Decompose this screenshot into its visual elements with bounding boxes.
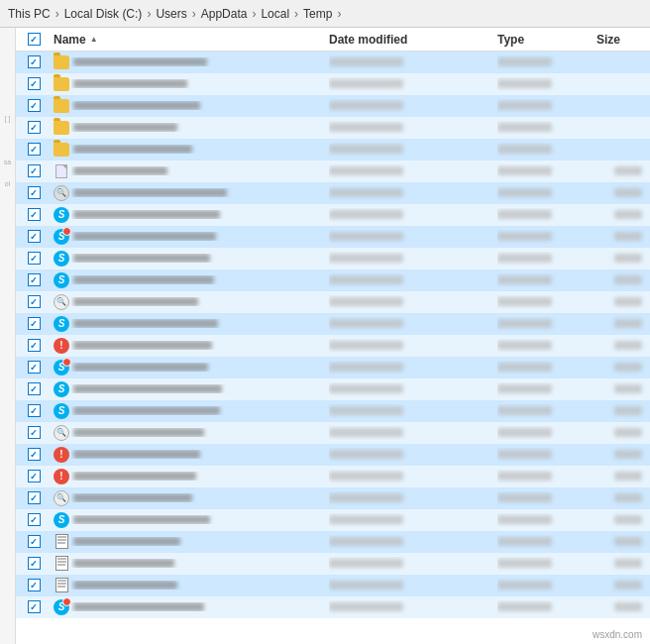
file-icon: S	[52, 251, 71, 267]
row-checkbox[interactable]	[16, 448, 52, 461]
file-type	[497, 77, 596, 91]
breadcrumb[interactable]: This PC › Local Disk (C:) › Users › AppD…	[8, 7, 343, 21]
red-circle-icon: !	[54, 447, 69, 463]
table-row[interactable]: 🔍	[16, 182, 650, 204]
table-row[interactable]: S	[16, 596, 650, 618]
breadcrumb-thispc[interactable]: This PC	[8, 7, 51, 21]
row-checkbox[interactable]	[16, 339, 52, 352]
row-checkbox[interactable]	[16, 426, 52, 439]
row-checkbox[interactable]	[16, 208, 52, 221]
file-date	[329, 426, 497, 440]
table-row[interactable]: S	[16, 204, 650, 226]
text-file-icon	[55, 534, 68, 549]
file-type	[497, 186, 596, 200]
table-row[interactable]: S	[16, 357, 650, 378]
breadcrumb-appdata[interactable]: AppData	[201, 7, 248, 21]
table-row[interactable]	[16, 531, 650, 553]
table-row[interactable]	[16, 139, 650, 161]
row-checkbox[interactable]	[16, 382, 52, 395]
row-checkbox[interactable]	[16, 77, 52, 90]
address-bar: This PC › Local Disk (C:) › Users › AppD…	[0, 0, 650, 28]
row-checkbox[interactable]	[16, 164, 52, 177]
table-row[interactable]: 🔍	[16, 291, 650, 313]
row-checkbox[interactable]	[16, 295, 52, 308]
file-date	[329, 557, 497, 571]
row-checkbox[interactable]	[16, 143, 52, 156]
table-row[interactable]: !	[16, 335, 650, 357]
header-date[interactable]: Date modified	[329, 33, 497, 47]
file-icon: 🔍	[52, 425, 71, 441]
row-checkbox[interactable]	[16, 491, 52, 504]
row-checkbox[interactable]	[16, 121, 52, 134]
file-date	[329, 404, 497, 418]
file-type	[497, 99, 596, 113]
skype-icon: S	[54, 207, 69, 223]
table-row[interactable]	[16, 52, 650, 73]
row-checkbox[interactable]	[16, 230, 52, 243]
left-panel: [ ] sa ol	[0, 28, 16, 644]
row-checkbox[interactable]	[16, 361, 52, 374]
file-date	[329, 186, 497, 200]
table-row[interactable]	[16, 575, 650, 596]
left-panel-item-d: sa	[0, 151, 15, 172]
file-type	[497, 579, 596, 592]
table-row[interactable]: 🔍	[16, 487, 650, 509]
row-checkbox[interactable]	[16, 55, 52, 68]
breadcrumb-localdisk[interactable]: Local Disk (C:)	[64, 7, 143, 21]
row-checkbox[interactable]	[16, 186, 52, 199]
file-size	[596, 339, 650, 353]
table-row[interactable]: !	[16, 444, 650, 466]
row-checkbox[interactable]	[16, 600, 52, 613]
table-row[interactable]: S	[16, 313, 650, 335]
main-area: [ ] sa ol Name ▲ Date modified Type Size	[0, 28, 650, 644]
breadcrumb-temp[interactable]: Temp	[303, 7, 332, 21]
table-row[interactable]	[16, 117, 650, 139]
table-row[interactable]: 🔍	[16, 422, 650, 444]
row-checkbox[interactable]	[16, 99, 52, 112]
file-type	[497, 230, 596, 244]
file-size	[596, 600, 650, 614]
table-row[interactable]	[16, 553, 650, 575]
file-date	[329, 121, 497, 135]
file-icon	[52, 143, 71, 157]
file-size	[596, 579, 650, 592]
row-checkbox[interactable]	[16, 579, 52, 591]
folder-icon	[54, 143, 69, 157]
row-checkbox[interactable]	[16, 470, 52, 483]
table-row[interactable]: !	[16, 466, 650, 487]
row-checkbox[interactable]	[16, 535, 52, 548]
file-name	[71, 472, 329, 481]
file-name	[71, 384, 329, 393]
file-name	[71, 450, 329, 459]
breadcrumb-local[interactable]: Local	[261, 7, 289, 21]
file-icon: !	[52, 338, 71, 354]
row-checkbox[interactable]	[16, 273, 52, 286]
file-name	[71, 210, 329, 219]
folder-icon	[54, 55, 69, 69]
row-checkbox[interactable]	[16, 252, 52, 265]
file-type	[497, 55, 596, 69]
header-checkbox-col[interactable]	[16, 33, 52, 46]
table-row[interactable]: S	[16, 400, 650, 422]
breadcrumb-users[interactable]: Users	[156, 7, 186, 21]
header-size[interactable]: Size	[596, 33, 650, 47]
file-name	[71, 297, 329, 306]
table-row[interactable]: S	[16, 269, 650, 291]
select-all-checkbox[interactable]	[28, 33, 41, 46]
table-row[interactable]	[16, 161, 650, 182]
header-type[interactable]: Type	[497, 33, 596, 47]
table-row[interactable]: S	[16, 509, 650, 531]
file-type	[497, 404, 596, 418]
table-row[interactable]: S	[16, 248, 650, 269]
header-name[interactable]: Name ▲	[52, 33, 329, 47]
row-checkbox[interactable]	[16, 557, 52, 570]
file-size	[596, 208, 650, 222]
file-explorer-window: This PC › Local Disk (C:) › Users › AppD…	[0, 0, 650, 644]
table-row[interactable]: S	[16, 378, 650, 400]
table-row[interactable]	[16, 95, 650, 117]
row-checkbox[interactable]	[16, 513, 52, 526]
table-row[interactable]: S	[16, 226, 650, 248]
row-checkbox[interactable]	[16, 404, 52, 417]
row-checkbox[interactable]	[16, 317, 52, 330]
table-row[interactable]	[16, 73, 650, 95]
